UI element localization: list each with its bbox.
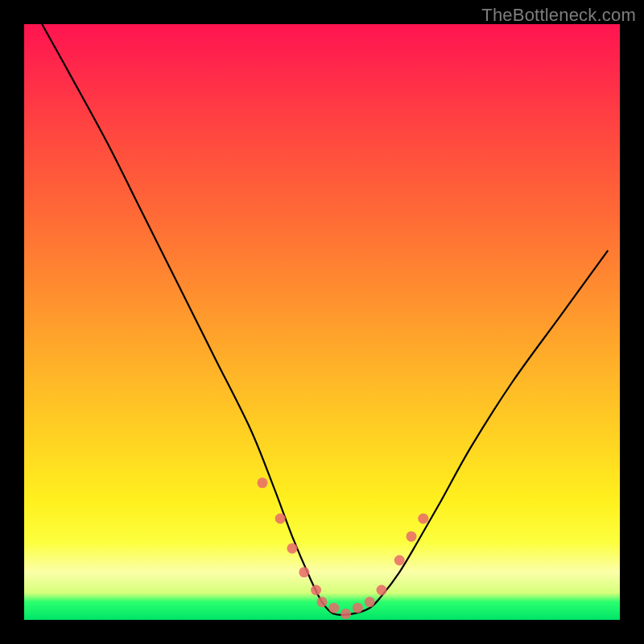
marker-dot (341, 609, 351, 619)
marker-dot (275, 514, 286, 524)
marker-dot (299, 567, 309, 577)
marker-dot (394, 555, 405, 566)
watermark-text: TheBottleneck.com (481, 5, 636, 26)
chart-plot-area (24, 24, 620, 620)
marker-dot (317, 597, 328, 607)
marker-dot (328, 603, 339, 613)
marker-dot (377, 585, 387, 596)
chart-frame (0, 0, 644, 644)
marker-dot (311, 585, 321, 596)
marker-dot (258, 477, 268, 488)
marker-dot (287, 543, 298, 554)
marker-dot (365, 597, 375, 607)
chart-overlay (24, 24, 620, 620)
marker-dot (418, 514, 428, 524)
curve-line (42, 24, 608, 615)
highlight-markers (258, 477, 429, 619)
marker-dot (407, 531, 417, 542)
marker-dot (353, 603, 363, 613)
